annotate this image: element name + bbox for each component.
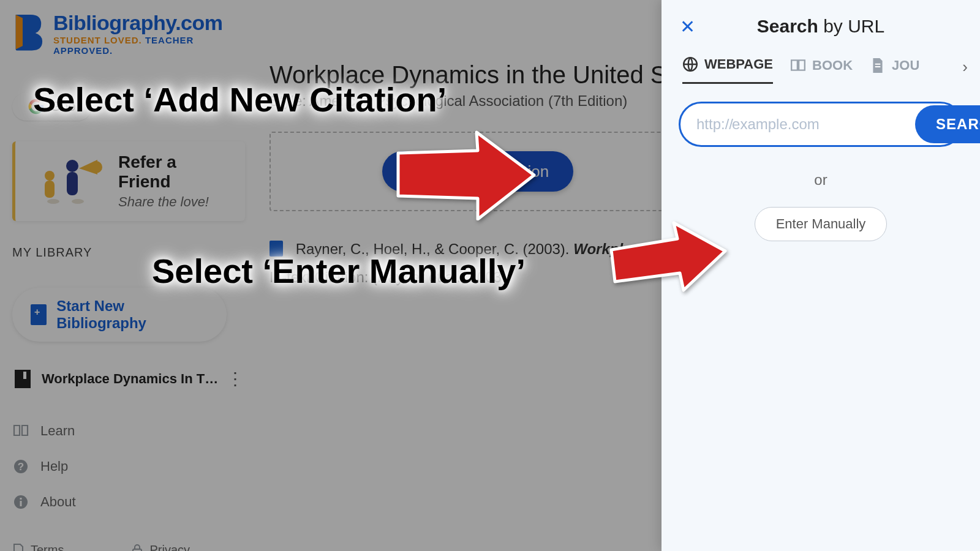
nav-terms[interactable]: Terms	[12, 543, 64, 551]
svg-point-5	[45, 171, 55, 181]
globe-icon	[682, 56, 698, 72]
help-circle-icon: ?	[12, 458, 29, 475]
refer-friend-card[interactable]: Refer a Friend Share the love!	[12, 141, 245, 221]
tab-journal[interactable]: JOU	[870, 58, 919, 83]
logo-mark-icon	[12, 13, 45, 54]
url-search-input[interactable]	[732, 116, 915, 133]
panel-title: Search by URL	[757, 16, 884, 36]
start-bib-label: Start New Bibliography	[56, 298, 208, 332]
svg-rect-4	[45, 181, 55, 198]
intext-value: (Rayner et al., 2003)	[372, 269, 507, 285]
url-search-field-wrapper[interactable]: http:// SEARCH	[679, 102, 963, 147]
tabs-scroll-right-button[interactable]: ›	[962, 58, 968, 77]
url-prefix-label: http://	[696, 116, 733, 133]
svg-rect-12	[133, 549, 141, 552]
svg-point-3	[66, 160, 78, 172]
refer-illustration-icon	[30, 154, 104, 209]
refer-subtitle: Share the love!	[118, 194, 230, 210]
bibliography-list-item[interactable]: Workplace Dynamics In Th... ⋮	[12, 370, 245, 388]
brand-tagline: STUDENT LOVED. TEACHER APPROVED.	[53, 35, 245, 56]
svg-point-0	[47, 199, 59, 204]
intext-label: In-text Citation:	[270, 269, 368, 285]
start-new-bibliography-button[interactable]: Start New Bibliography	[12, 288, 227, 342]
nav-about[interactable]: About	[12, 493, 245, 511]
google-signin-chip[interactable]: Goo	[12, 92, 92, 121]
nav-learn[interactable]: Learn	[12, 422, 245, 440]
bookmark-icon	[15, 370, 31, 388]
lock-icon	[131, 544, 143, 552]
search-button[interactable]: SEARCH	[915, 105, 980, 143]
source-type-tabs: WEBPAGE BOOK JOU ›	[679, 51, 963, 84]
nav-privacy[interactable]: Privacy	[131, 543, 190, 551]
my-library-label: MY LIBRARY	[12, 246, 245, 260]
svg-point-6	[90, 161, 102, 173]
document-icon	[12, 544, 24, 552]
citation-authors: Rayner, C., Hoel, H., & Cooper, C. (2003…	[296, 241, 570, 257]
or-divider-label: or	[679, 171, 963, 189]
sidebar: Bibliography.com STUDENT LOVED. TEACHER …	[0, 0, 257, 551]
nav-help[interactable]: ? Help	[12, 458, 245, 475]
svg-rect-2	[67, 172, 78, 195]
info-circle-icon	[12, 493, 29, 511]
close-panel-button[interactable]: ✕	[680, 16, 695, 37]
google-chip-label: Goo	[50, 99, 76, 114]
book-open-icon	[790, 58, 806, 73]
svg-rect-11	[20, 498, 22, 500]
journal-page-icon	[870, 58, 886, 73]
svg-point-1	[72, 199, 84, 204]
kebab-menu-icon[interactable]: ⋮	[227, 376, 243, 382]
refer-title: Refer a Friend	[118, 152, 230, 192]
book-icon	[270, 241, 283, 257]
bibliography-item-title: Workplace Dynamics In Th...	[42, 371, 219, 387]
sidebar-nav: Learn ? Help About	[12, 422, 245, 511]
annotation-arrow-1-icon	[392, 129, 539, 220]
brand-title: Bibliography.com	[53, 11, 245, 35]
svg-rect-10	[20, 501, 22, 506]
brand-logo[interactable]: Bibliography.com STUDENT LOVED. TEACHER …	[12, 11, 245, 56]
svg-rect-14	[875, 63, 881, 64]
annotation-arrow-2-icon	[606, 220, 729, 294]
sidebar-footer: Terms Privacy	[12, 543, 190, 551]
google-g-icon	[28, 99, 44, 114]
enter-manually-button[interactable]: Enter Manually	[755, 207, 888, 241]
svg-text:?: ?	[18, 461, 24, 473]
svg-rect-15	[875, 66, 881, 67]
tab-book[interactable]: BOOK	[790, 58, 853, 83]
tab-webpage[interactable]: WEBPAGE	[682, 56, 773, 84]
book-open-icon	[12, 422, 29, 440]
new-doc-plus-icon	[31, 304, 47, 325]
